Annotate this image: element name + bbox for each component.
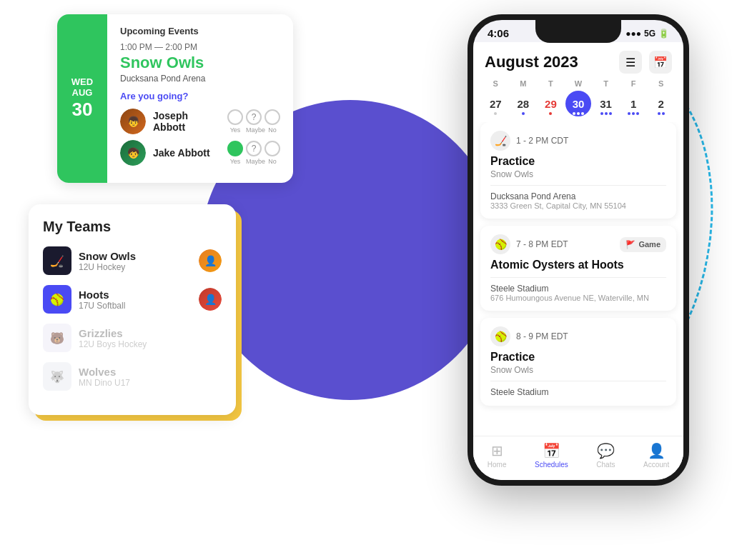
rsvp-question: Are you going? xyxy=(120,91,280,101)
nav-home[interactable]: ⊞ Home xyxy=(488,442,507,466)
events-section-title: Upcoming Events xyxy=(120,26,280,36)
account-label: Account xyxy=(643,461,669,466)
avatar-joseph: 👦 xyxy=(120,109,146,134)
phone-content: August 2023 ☰ 📅 S M T W T F S xyxy=(473,42,683,466)
date-cell-27[interactable]: 27 xyxy=(483,91,508,116)
wolves-logo: 🐺 xyxy=(43,362,71,391)
yes-circle-2[interactable] xyxy=(227,141,243,156)
phone-frame: 4:06 ●●● 5G 🔋 August 2023 ☰ 📅 S M xyxy=(468,14,689,486)
week-day-labels: S M T W T F S xyxy=(482,79,675,88)
date-cell-31[interactable]: 31 xyxy=(593,91,619,116)
snow-owls-info: Snow Owls 12U Hockey xyxy=(79,250,192,272)
event-1-sport-icon: 🏒 xyxy=(490,131,510,151)
no-circle-2[interactable] xyxy=(264,141,280,156)
network-type: 5G xyxy=(644,29,656,39)
calendar-date-picker-button[interactable]: 📅 xyxy=(649,51,672,74)
event-3-divider xyxy=(490,381,666,381)
event-3-venue: Steele Stadium xyxy=(490,387,666,397)
chats-icon: 💬 xyxy=(597,442,615,459)
wolves-sub: MN Dino U17 xyxy=(79,378,222,388)
event-card-game[interactable]: 🥎 7 - 8 PM EDT 🚩 Game Atomic Oysters at … xyxy=(480,226,676,311)
events-list: 🏒 1 - 2 PM CDT Practice Snow Owls Ducksa… xyxy=(473,122,683,454)
event-1-time: 1 - 2 PM CDT xyxy=(516,136,666,146)
event-location-name: Ducksana Pond Arena xyxy=(120,74,280,84)
rsvp-row-2: 🧒 Jake Abbott ? Yes Maybe No xyxy=(120,140,280,166)
rsvp-row-1: 👦 Joseph Abbott ? Yes Maybe No xyxy=(120,109,280,134)
day-label-sat: S xyxy=(648,79,674,88)
hoots-logo: 🥎 xyxy=(43,285,71,314)
event-card-practice-1[interactable]: 🏒 1 - 2 PM CDT Practice Snow Owls Ducksa… xyxy=(480,122,676,219)
event-2-title: Atomic Oysters at Hoots xyxy=(490,259,666,271)
event-2-sport-icon: 🥎 xyxy=(490,234,510,254)
event-date-sidebar: WED AUG 30 xyxy=(57,14,107,183)
my-teams-wrapper: My Teams 🏒 Snow Owls 12U Hockey 👤 🥎 Hoot… xyxy=(29,204,236,415)
rsvp-option-labels-2: Yes Maybe No xyxy=(227,158,280,165)
phone-mockup: 4:06 ●●● 5G 🔋 August 2023 ☰ 📅 S M xyxy=(468,14,689,486)
event-2-time: 7 - 8 PM EDT xyxy=(516,239,614,249)
phone-notch xyxy=(535,20,621,43)
battery-icon: 🔋 xyxy=(658,29,669,39)
upcoming-events-card: WED AUG 30 Upcoming Events 1:00 PM — 2:0… xyxy=(57,14,293,183)
day-label-tue: T xyxy=(538,79,563,88)
team-row-snow-owls[interactable]: 🏒 Snow Owls 12U Hockey 👤 xyxy=(43,246,222,275)
date-cell-29[interactable]: 29 xyxy=(538,91,563,116)
grizzlies-logo: 🐻 xyxy=(43,324,71,352)
rsvp-circles-2: ? xyxy=(227,141,280,156)
event-3-title: Practice xyxy=(490,351,666,364)
member-name-2: Jake Abbott xyxy=(153,147,220,159)
calendar-list-view-button[interactable]: ☰ xyxy=(619,51,642,74)
event-3-team: Snow Owls xyxy=(490,365,666,375)
date-cell-30-today[interactable]: 30 xyxy=(565,91,591,116)
maybe-circle-1[interactable]: ? xyxy=(246,109,262,125)
calendar-header: August 2023 ☰ 📅 xyxy=(473,42,683,79)
my-teams-card: My Teams 🏒 Snow Owls 12U Hockey 👤 🥎 Hoot… xyxy=(29,204,236,415)
nav-schedules[interactable]: 📅 Schedules xyxy=(535,442,568,466)
wolves-name: Wolves xyxy=(79,366,222,378)
nav-chats[interactable]: 💬 Chats xyxy=(596,442,615,466)
event-details: Upcoming Events 1:00 PM — 2:00 PM Snow O… xyxy=(107,14,293,183)
grizzlies-name: Grizzlies xyxy=(79,327,222,339)
team-row-wolves[interactable]: 🐺 Wolves MN Dino U17 xyxy=(43,362,222,391)
wolves-info: Wolves MN Dino U17 xyxy=(79,366,222,388)
member-name-1: Joseph Abbott xyxy=(153,110,220,133)
event-1-address: 3333 Green St, Capital City, MN 55104 xyxy=(490,201,666,210)
event-2-address: 676 Humoungous Avenue NE, Waterville, MN xyxy=(490,294,666,302)
day-label-sun: S xyxy=(483,79,508,88)
team-row-hoots[interactable]: 🥎 Hoots 17U Softball 👤 xyxy=(43,285,222,314)
avatar-jake: 🧒 xyxy=(120,140,146,166)
rsvp-circles-1: ? xyxy=(227,109,280,125)
left-panels: WED AUG 30 Upcoming Events 1:00 PM — 2:0… xyxy=(14,14,293,415)
game-badge-label: Game xyxy=(638,240,661,249)
event-3-time: 8 - 9 PM EDT xyxy=(516,331,666,341)
week-date-cells: 27 28 29 30 xyxy=(482,91,675,116)
calendar-month-year: August 2023 xyxy=(485,53,578,71)
grizzlies-sub: 12U Boys Hockey xyxy=(79,339,222,349)
rsvp-option-labels-1: Yes Maybe No xyxy=(227,126,280,134)
yes-circle-1[interactable] xyxy=(227,109,243,125)
event-day-name: WED xyxy=(71,76,93,88)
event-3-sport-icon: 🥎 xyxy=(490,326,510,346)
date-cell-1[interactable]: 1 xyxy=(620,91,646,116)
nav-account[interactable]: 👤 Account xyxy=(643,442,669,466)
snow-owls-name: Snow Owls xyxy=(79,250,192,262)
game-badge: 🚩 Game xyxy=(620,237,666,252)
maybe-circle-2[interactable]: ? xyxy=(246,141,262,156)
event-day-number: 30 xyxy=(72,99,93,121)
week-calendar: S M T W T F S 27 28 xyxy=(473,79,683,122)
team-row-grizzlies[interactable]: 🐻 Grizzlies 12U Boys Hockey xyxy=(43,324,222,352)
event-2-divider xyxy=(490,277,666,278)
home-icon: ⊞ xyxy=(491,442,503,459)
date-cell-28[interactable]: 28 xyxy=(510,91,536,116)
no-circle-1[interactable] xyxy=(264,109,280,125)
event-1-top-row: 🏒 1 - 2 PM CDT xyxy=(490,131,666,151)
day-label-wed: W xyxy=(565,79,591,88)
event-card-practice-2[interactable]: 🥎 8 - 9 PM EDT Practice Snow Owls Steele… xyxy=(480,318,676,406)
date-cell-2[interactable]: 2 xyxy=(648,91,674,116)
event-time-range: 1:00 PM — 2:00 PM xyxy=(120,42,280,52)
event-month: AUG xyxy=(72,87,93,99)
event-team-name: Snow Owls xyxy=(120,54,280,72)
chats-label: Chats xyxy=(596,461,615,466)
schedules-label: Schedules xyxy=(535,461,568,466)
hoots-avatar: 👤 xyxy=(199,288,222,311)
snow-owls-logo: 🏒 xyxy=(43,246,71,275)
